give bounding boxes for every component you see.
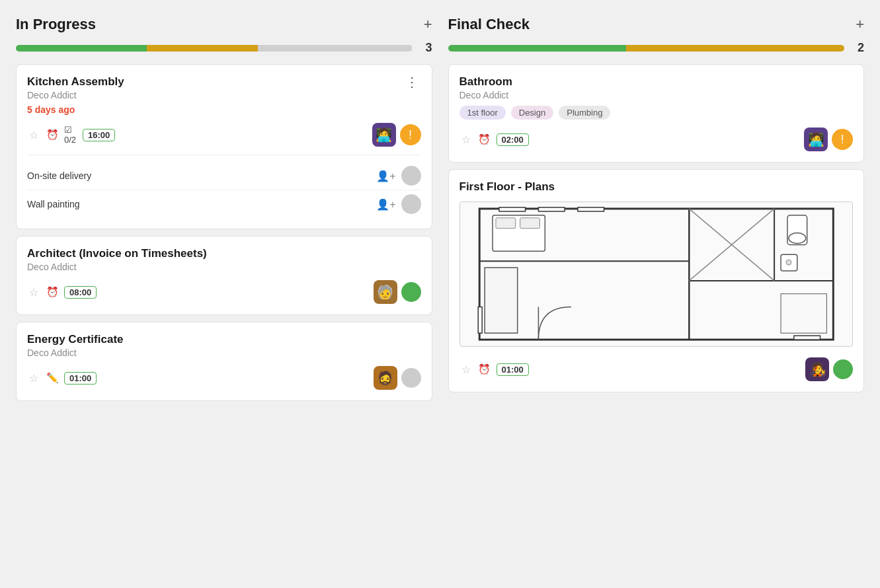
card-architect: Architect (Invoice on Timesheets) Deco A… — [16, 236, 432, 315]
clock-kitchen[interactable]: ⏰ — [46, 128, 59, 141]
status-green-floor-plans — [833, 359, 853, 379]
card-subtitle-kitchen: Deco Addict — [27, 90, 124, 100]
avatars-kitchen: 🧑‍💻 ! — [372, 123, 421, 147]
status-urgent-kitchen: ! — [400, 124, 421, 145]
card-title-bathroom: Bathroom — [460, 75, 854, 89]
column-final-check: Final Check + 2 Bathroom Deco Addict 1st… — [448, 16, 865, 408]
svg-point-16 — [788, 233, 805, 244]
time-badge-energy: 01:00 — [64, 372, 97, 385]
time-badge-floor-plans: 01:00 — [497, 363, 529, 376]
card-subtitle-bathroom: Deco Addict — [460, 90, 854, 100]
tags-row-bathroom: 1st floor Design Plumbing — [460, 106, 854, 120]
svg-rect-21 — [478, 307, 482, 334]
svg-rect-9 — [495, 218, 515, 229]
clock-floor-plans[interactable]: ⏰ — [478, 363, 491, 376]
subtask-delivery-right: 👤+ — [376, 166, 420, 186]
status-green-architect — [401, 282, 421, 302]
time-badge-kitchen: 16:00 — [83, 129, 115, 141]
card-title-area-kitchen: Kitchen Assembly Deco Addict 5 days ago — [27, 75, 124, 115]
add-card-final-check-button[interactable]: + — [856, 17, 864, 32]
edit-icon-energy[interactable]: ✏️ — [46, 371, 59, 385]
svg-rect-10 — [520, 218, 540, 229]
status-gray-delivery — [401, 166, 421, 186]
card-title-architect: Architect (Invoice on Timesheets) — [27, 247, 421, 260]
tag-plumbing[interactable]: Plumbing — [559, 106, 610, 120]
svg-rect-5 — [499, 207, 525, 211]
time-badge-bathroom: 02:00 — [497, 133, 529, 146]
svg-rect-6 — [538, 207, 565, 211]
avatars-energy: 🧔 — [374, 366, 421, 390]
card-meta-energy: ☆ ✏️ 01:00 🧔 — [27, 366, 421, 390]
progress-seg-amber — [147, 45, 258, 52]
card-bottom-floor-plans: ☆ ⏰ 01:00 🧑‍🎤 — [460, 357, 854, 381]
card-overdue-kitchen: 5 days ago — [27, 104, 124, 115]
column-in-progress: In Progress + 3 Kitchen Assembly Deco Ad… — [16, 16, 432, 408]
card-meta-architect: ☆ ⏰ 08:00 🧓 — [27, 280, 421, 304]
avatar-energy: 🧔 — [374, 366, 397, 390]
card-meta-bathroom: ☆ ⏰ 02:00 🧑‍💻 ! — [460, 128, 854, 151]
svg-rect-20 — [793, 336, 820, 340]
tag-design[interactable]: Design — [511, 106, 553, 120]
star-floor-plans[interactable]: ☆ — [460, 363, 473, 376]
progress-count-in-progress: 3 — [419, 41, 432, 55]
clock-bathroom[interactable]: ⏰ — [478, 133, 491, 146]
menu-dots-kitchen[interactable]: ⋮ — [403, 75, 421, 89]
subtask-delivery: On-site delivery 👤+ — [27, 162, 421, 190]
progress-count-final-check: 2 — [851, 41, 864, 55]
subtask-delivery-label: On-site delivery — [27, 170, 91, 181]
column-title-final-check: Final Check — [448, 16, 530, 33]
column-header-in-progress: In Progress + — [16, 16, 432, 33]
card-subtitle-energy: Deco Addict — [27, 348, 421, 358]
add-person-painting-icon[interactable]: 👤+ — [376, 198, 395, 211]
card-bathroom: Bathroom Deco Addict 1st floor Design Pl… — [448, 64, 865, 163]
avatars-bathroom: 🧑‍💻 ! — [804, 128, 853, 151]
subtasks-kitchen: On-site delivery 👤+ Wall painting 👤+ — [27, 155, 421, 218]
svg-rect-19 — [781, 294, 826, 333]
star-bathroom[interactable]: ☆ — [460, 133, 473, 146]
card-kitchen-assembly: Kitchen Assembly Deco Addict 5 days ago … — [16, 64, 432, 229]
add-person-delivery-icon[interactable]: 👤+ — [376, 170, 395, 182]
card-header-kitchen: Kitchen Assembly Deco Addict 5 days ago … — [27, 75, 421, 115]
card-floor-plans: First Floor - Plans — [448, 169, 865, 392]
floor-plan-title: First Floor - Plans — [460, 180, 854, 194]
card-subtitle-architect: Deco Addict — [27, 262, 421, 272]
avatar-bathroom: 🧑‍💻 — [804, 128, 828, 151]
progress-seg-green — [16, 45, 147, 52]
column-header-final-check: Final Check + — [448, 16, 865, 33]
status-gray-energy — [401, 368, 421, 388]
time-badge-architect: 08:00 — [64, 286, 97, 299]
column-title-in-progress: In Progress — [16, 16, 96, 33]
tag-1st-floor[interactable]: 1st floor — [460, 106, 506, 120]
avatar-floor-plans: 🧑‍🎤 — [805, 357, 829, 381]
progress-row-final-check: 2 — [448, 41, 865, 55]
progress-seg-amber-fc — [626, 45, 844, 52]
kanban-board: In Progress + 3 Kitchen Assembly Deco Ad… — [16, 16, 864, 408]
card-title-energy: Energy Certificate — [27, 333, 421, 346]
check-kitchen[interactable]: ☑ 0/2 — [64, 128, 77, 141]
floor-plan-svg — [460, 202, 854, 347]
svg-rect-11 — [485, 268, 518, 333]
card-title-kitchen: Kitchen Assembly — [27, 75, 124, 89]
avatar-kitchen: 🧑‍💻 — [372, 123, 396, 147]
progress-seg-green-fc — [448, 45, 627, 52]
progress-seg-gray — [258, 45, 413, 52]
star-architect[interactable]: ☆ — [27, 285, 40, 299]
card-meta-kitchen: ☆ ⏰ ☑ 0/2 16:00 🧑‍💻 ! — [27, 123, 421, 147]
clock-architect[interactable]: ⏰ — [46, 285, 59, 299]
avatars-architect: 🧓 — [374, 280, 421, 304]
subtask-painting-label: Wall painting — [27, 199, 80, 209]
star-energy[interactable]: ☆ — [27, 371, 40, 385]
svg-rect-7 — [577, 207, 604, 211]
status-gray-painting — [401, 194, 421, 214]
subtask-painting-right: 👤+ — [376, 194, 420, 214]
status-urgent-bathroom: ! — [832, 129, 853, 150]
add-card-in-progress-button[interactable]: + — [424, 17, 432, 32]
progress-bar-in-progress — [16, 45, 413, 52]
progress-row-in-progress: 3 — [16, 41, 432, 55]
subtask-painting: Wall painting 👤+ — [27, 190, 421, 218]
svg-point-18 — [785, 260, 791, 265]
progress-bar-final-check — [448, 45, 845, 52]
avatars-floor-plans: 🧑‍🎤 — [805, 357, 853, 381]
star-kitchen[interactable]: ☆ — [27, 128, 40, 141]
card-energy-cert: Energy Certificate Deco Addict ☆ ✏️ 01:0… — [16, 322, 432, 401]
